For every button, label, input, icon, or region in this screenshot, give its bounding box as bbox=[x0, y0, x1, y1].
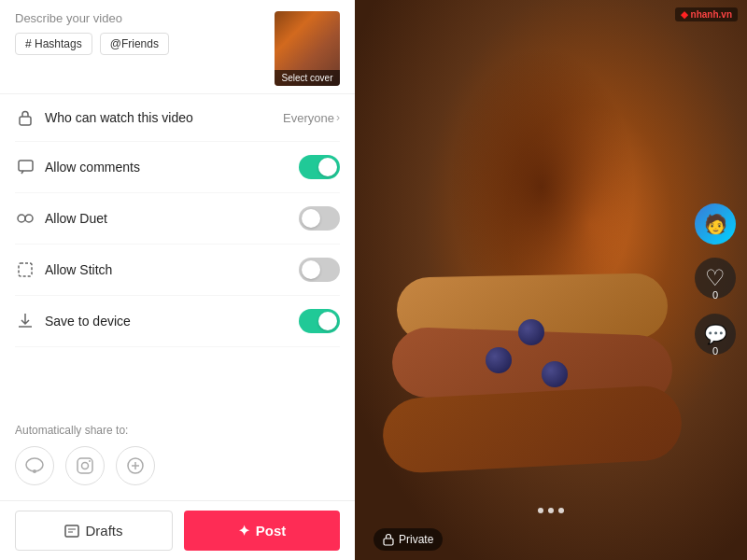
pancake-visual bbox=[355, 0, 747, 560]
setting-row-save: Save to device bbox=[15, 296, 340, 347]
svg-point-8 bbox=[82, 463, 89, 469]
share-icons-row bbox=[15, 446, 340, 485]
svg-rect-4 bbox=[19, 263, 32, 276]
cover-thumbnail[interactable]: Select cover bbox=[275, 11, 340, 86]
settings-section: Who can watch this video Everyone › Allo… bbox=[0, 94, 355, 409]
stitch-label: Allow Stitch bbox=[45, 262, 299, 277]
share-instagram-button[interactable] bbox=[65, 446, 105, 485]
video-background: ◆ nhanh.vn 🧑 ♡ 0 💬 0 bbox=[355, 0, 747, 560]
post-button[interactable]: ✦ Post bbox=[184, 511, 340, 551]
left-panel: Describe your video # Hashtags @Friends … bbox=[0, 0, 355, 560]
dot-1 bbox=[538, 508, 543, 513]
save-toggle-slider bbox=[299, 309, 340, 333]
setting-row-who-watch[interactable]: Who can watch this video Everyone › bbox=[15, 94, 340, 142]
dot-2 bbox=[548, 508, 554, 513]
nhanh-diamond-icon: ◆ bbox=[681, 9, 688, 20]
tag-buttons: # Hashtags @Friends bbox=[15, 33, 263, 55]
setting-row-stitch: Allow Stitch bbox=[15, 245, 340, 296]
sparkle-icon: ✦ bbox=[238, 523, 250, 539]
describe-section: Describe your video # Hashtags @Friends … bbox=[0, 0, 355, 94]
private-label: Private bbox=[399, 533, 433, 546]
duet-toggle[interactable] bbox=[299, 206, 340, 231]
hashtags-button[interactable]: # Hashtags bbox=[15, 33, 92, 55]
who-watch-label: Who can watch this video bbox=[45, 110, 283, 125]
stitch-toggle[interactable] bbox=[299, 258, 340, 282]
duet-icon bbox=[15, 208, 35, 229]
save-toggle[interactable] bbox=[299, 309, 340, 333]
comments-toggle-slider bbox=[299, 155, 340, 179]
setting-row-duet: Allow Duet bbox=[15, 193, 340, 245]
share-message-button[interactable] bbox=[15, 446, 54, 485]
svg-point-9 bbox=[89, 460, 91, 462]
svg-rect-1 bbox=[19, 161, 33, 171]
drafts-button[interactable]: Drafts bbox=[15, 511, 173, 551]
like-count: 0 bbox=[712, 289, 718, 301]
save-label: Save to device bbox=[45, 314, 299, 329]
friends-button[interactable]: @Friends bbox=[100, 33, 169, 55]
save-icon bbox=[15, 311, 35, 331]
svg-point-6 bbox=[33, 469, 36, 473]
svg-point-3 bbox=[25, 215, 33, 222]
stitch-toggle-slider bbox=[299, 258, 340, 282]
bottom-buttons: Drafts ✦ Post bbox=[0, 500, 355, 560]
private-badge[interactable]: Private bbox=[374, 528, 443, 551]
svg-rect-11 bbox=[65, 525, 78, 537]
nhanh-logo: ◆ nhanh.vn bbox=[675, 7, 738, 21]
describe-text-area: Describe your video # Hashtags @Friends bbox=[15, 11, 263, 55]
blueberry-2 bbox=[518, 319, 544, 345]
describe-label: Describe your video bbox=[15, 11, 263, 25]
svg-rect-0 bbox=[20, 117, 31, 125]
setting-row-comments: Allow comments bbox=[15, 142, 340, 193]
right-actions: 🧑 ♡ 0 💬 0 bbox=[695, 203, 736, 357]
auto-share-label: Automatically share to: bbox=[15, 424, 340, 437]
svg-rect-12 bbox=[384, 539, 393, 545]
right-panel: ◆ nhanh.vn 🧑 ♡ 0 💬 0 bbox=[355, 0, 747, 560]
blueberry-1 bbox=[486, 347, 512, 373]
pancake-bottom bbox=[381, 385, 684, 475]
duet-label: Allow Duet bbox=[45, 211, 299, 226]
comment-icon bbox=[15, 157, 35, 177]
comments-label: Allow comments bbox=[45, 160, 299, 175]
select-cover-label: Select cover bbox=[275, 70, 340, 86]
share-section: Automatically share to: bbox=[0, 409, 355, 500]
lock-icon bbox=[15, 107, 35, 128]
user-avatar[interactable]: 🧑 bbox=[695, 203, 736, 245]
svg-point-2 bbox=[18, 215, 25, 222]
comment-group: 💬 0 bbox=[695, 314, 736, 357]
svg-point-5 bbox=[26, 458, 43, 471]
chevron-icon: › bbox=[336, 111, 340, 124]
like-group: ♡ 0 bbox=[695, 258, 736, 301]
comment-count: 0 bbox=[712, 345, 718, 357]
stitch-icon bbox=[15, 259, 35, 280]
comments-toggle[interactable] bbox=[299, 155, 340, 179]
dots-indicator bbox=[538, 508, 564, 513]
who-watch-value: Everyone › bbox=[283, 111, 340, 125]
blueberry-3 bbox=[542, 361, 568, 387]
dot-3 bbox=[558, 508, 564, 513]
share-add-button[interactable] bbox=[116, 446, 155, 485]
duet-toggle-slider bbox=[299, 206, 340, 231]
